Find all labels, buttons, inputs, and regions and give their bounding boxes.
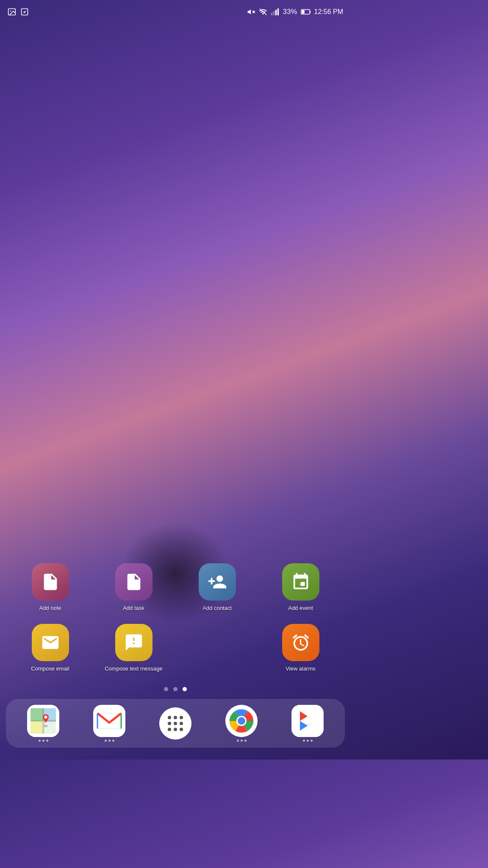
task-icon	[20, 8, 29, 16]
svg-rect-13	[302, 10, 304, 14]
svg-point-40	[180, 728, 183, 731]
page-dot-1[interactable]	[164, 687, 168, 691]
maps-dots	[39, 740, 48, 742]
shortcut-compose-email[interactable]: Compose email	[8, 618, 92, 679]
dock-playstore[interactable]	[291, 705, 324, 742]
playstore-dots	[303, 740, 313, 742]
gmail-icon-wrap	[93, 705, 125, 737]
dock	[6, 699, 345, 748]
dock-chrome[interactable]	[225, 705, 258, 742]
add-event-label: Add event	[288, 605, 313, 612]
shortcut-add-note[interactable]: Add note	[8, 557, 92, 618]
gmail-icon	[93, 705, 125, 737]
svg-marker-3	[248, 9, 251, 14]
svg-rect-24	[30, 721, 43, 734]
dock-appdrawer[interactable]	[159, 707, 191, 740]
mute-icon	[247, 8, 255, 16]
dot	[311, 740, 313, 742]
svg-rect-8	[273, 11, 274, 15]
alarm-icon	[291, 633, 311, 652]
shortcut-view-alarms[interactable]: View alarms	[259, 618, 342, 679]
note-icon	[41, 572, 60, 592]
event-icon: +	[291, 572, 311, 592]
shortcut-grid: Add note Add task Add contact	[0, 553, 351, 683]
svg-point-15	[130, 641, 132, 643]
shortcut-compose-sms[interactable]: Compose text message	[92, 618, 175, 679]
playstore-icon	[291, 705, 324, 737]
svg-point-39	[174, 728, 177, 731]
appdrawer-icon-wrap	[159, 707, 191, 740]
dot	[39, 740, 41, 742]
dock-maps[interactable]	[27, 705, 59, 742]
svg-point-25	[44, 725, 48, 727]
dot	[307, 740, 309, 742]
appdrawer-icon	[159, 707, 191, 740]
dot	[105, 740, 107, 742]
maps-icon	[27, 705, 59, 737]
signal-icon	[271, 8, 279, 16]
playstore-icon-wrap	[291, 705, 324, 737]
svg-rect-7	[271, 13, 272, 16]
svg-point-32	[168, 716, 171, 719]
shortcut-add-contact[interactable]: Add contact	[175, 557, 259, 618]
dock-gmail[interactable]	[93, 705, 125, 742]
add-note-label: Add note	[39, 605, 61, 612]
wifi-icon	[259, 8, 267, 16]
svg-point-38	[168, 728, 171, 731]
add-contact-label: Add contact	[202, 605, 232, 612]
battery-icon	[301, 9, 311, 15]
svg-point-44	[238, 717, 245, 725]
contact-icon	[208, 572, 227, 592]
svg-point-37	[180, 722, 183, 725]
add-task-icon-wrap	[115, 563, 152, 601]
status-bar-left	[8, 8, 29, 16]
svg-text:+: +	[299, 581, 302, 587]
svg-rect-45	[291, 705, 324, 737]
gmail-dots	[105, 740, 114, 742]
svg-rect-10	[277, 8, 279, 16]
add-note-icon-wrap	[32, 563, 69, 601]
dot	[108, 740, 111, 742]
page-dot-2[interactable]	[173, 687, 177, 691]
svg-point-36	[174, 722, 177, 725]
svg-point-34	[180, 716, 183, 719]
shortcut-empty	[175, 618, 259, 679]
svg-rect-12	[310, 11, 311, 13]
view-alarms-icon-wrap	[282, 624, 319, 661]
svg-point-16	[133, 641, 135, 643]
dot	[303, 740, 305, 742]
view-alarms-label: View alarms	[286, 665, 316, 673]
battery-percent: 33%	[283, 8, 297, 16]
svg-point-1	[10, 11, 11, 12]
dot	[42, 740, 44, 742]
chrome-icon	[225, 705, 258, 737]
shortcut-add-event[interactable]: + Add event	[259, 557, 342, 618]
svg-point-33	[174, 716, 177, 719]
shortcut-add-task[interactable]: Add task	[92, 557, 175, 618]
svg-point-26	[44, 716, 47, 719]
compose-sms-icon-wrap	[115, 624, 152, 661]
svg-point-17	[136, 641, 138, 643]
svg-rect-22	[30, 708, 43, 721]
image-icon	[8, 8, 16, 16]
email-icon	[41, 633, 60, 652]
add-contact-icon-wrap	[199, 563, 236, 601]
compose-email-icon-wrap	[32, 624, 69, 661]
chrome-dots	[237, 740, 247, 742]
dot	[237, 740, 239, 742]
page-dot-3[interactable]	[183, 687, 187, 691]
chrome-icon-wrap	[225, 705, 258, 737]
add-event-icon-wrap: +	[282, 563, 319, 601]
dot	[244, 740, 247, 742]
sms-icon	[124, 633, 144, 652]
main-area: Add note Add task Add contact	[0, 22, 351, 760]
svg-rect-9	[275, 10, 277, 15]
status-time: 12:56 PM	[314, 8, 343, 16]
dot	[112, 740, 114, 742]
status-bar-right: 33% 12:56 PM	[247, 8, 343, 16]
add-task-label: Add task	[123, 605, 144, 612]
compose-sms-label: Compose text message	[105, 665, 163, 673]
task-icon	[124, 572, 144, 592]
page-indicators	[0, 687, 351, 691]
svg-point-35	[168, 722, 171, 725]
